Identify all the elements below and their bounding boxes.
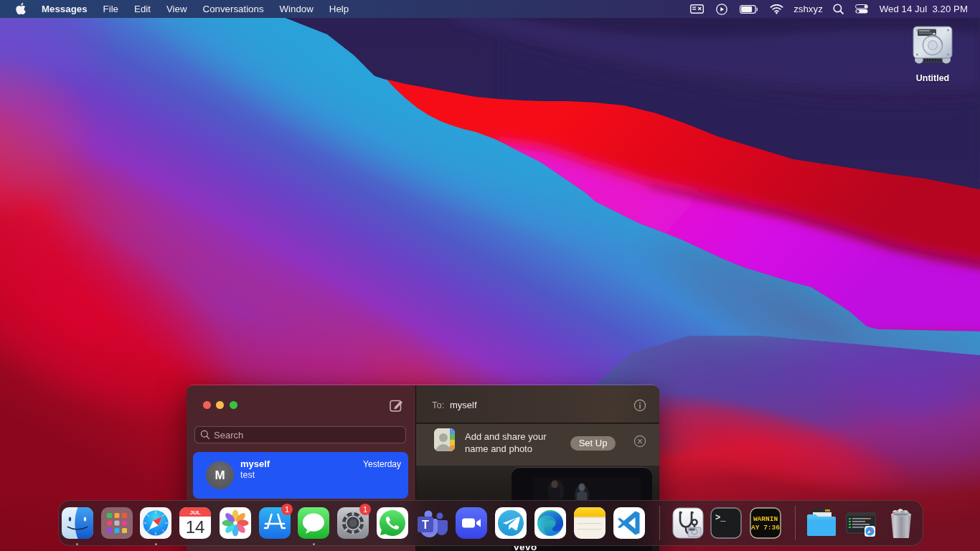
svg-text:T: T — [422, 519, 429, 531]
svg-text:WARNIN: WARNIN — [753, 515, 778, 523]
svg-text:>_: >_ — [715, 513, 726, 523]
svg-text:1: 1 — [285, 505, 289, 514]
svg-text:1: 1 — [363, 505, 367, 514]
svg-text:14: 14 — [186, 517, 205, 537]
svg-text:AY 7:36: AY 7:36 — [751, 524, 780, 532]
svg-text:JUL: JUL — [189, 509, 200, 516]
